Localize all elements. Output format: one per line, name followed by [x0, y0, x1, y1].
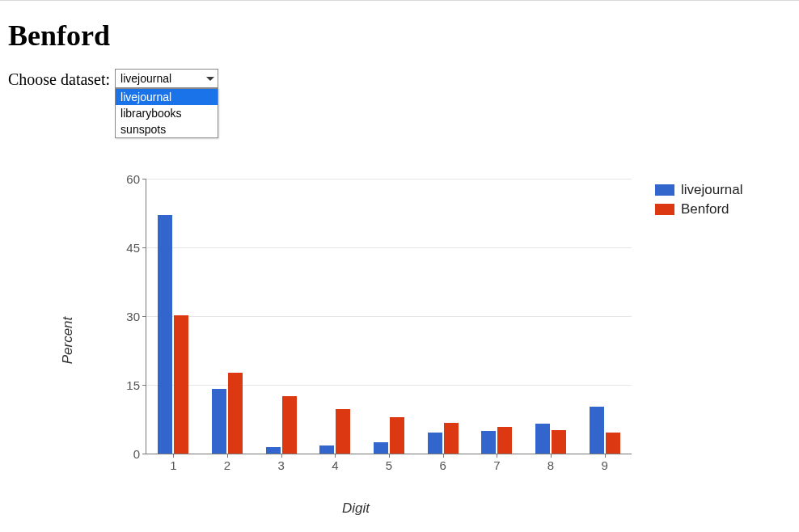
x-tick-label: 2	[224, 454, 230, 472]
plot-area: 015304560123456789	[146, 179, 632, 454]
chart-legend: livejournal Benford	[655, 182, 743, 221]
y-tick-label: 0	[133, 447, 146, 461]
bar	[336, 409, 350, 454]
page-title: Benford	[8, 19, 791, 53]
legend-label: Benford	[681, 201, 729, 217]
x-axis-title: Digit	[89, 500, 623, 517]
bar	[428, 433, 442, 454]
dataset-option-sunspots[interactable]: sunspots	[116, 121, 218, 137]
bar	[266, 447, 281, 454]
gridline	[146, 179, 632, 179]
x-tick-label: 1	[170, 454, 176, 472]
y-tick-label: 60	[126, 172, 146, 186]
bar	[590, 407, 604, 454]
dataset-option-librarybooks[interactable]: librarybooks	[116, 105, 218, 121]
x-tick-label: 8	[547, 454, 554, 472]
bar	[158, 215, 172, 454]
chevron-down-icon	[206, 77, 214, 81]
bar	[497, 427, 512, 454]
x-tick-label: 3	[277, 454, 284, 472]
bar	[444, 423, 459, 454]
bar	[390, 417, 404, 454]
dataset-select-value: livejournal	[120, 72, 171, 85]
y-tick-label: 15	[126, 378, 146, 392]
bar	[552, 430, 566, 454]
bar	[535, 424, 550, 454]
bar	[374, 442, 388, 454]
y-tick-label: 30	[126, 310, 146, 323]
dataset-option-livejournal[interactable]: livejournal	[116, 89, 218, 105]
bar	[174, 315, 188, 454]
x-tick-label: 5	[386, 454, 392, 472]
bar	[606, 433, 620, 454]
x-tick-label: 6	[439, 454, 446, 472]
gridline	[146, 385, 632, 386]
legend-label: livejournal	[681, 182, 743, 198]
legend-swatch-icon	[655, 184, 674, 196]
bar	[319, 445, 334, 454]
bar	[481, 431, 496, 454]
bar	[212, 389, 226, 454]
legend-item-series1: Benford	[655, 201, 743, 217]
legend-item-series0: livejournal	[655, 182, 743, 198]
dataset-dropdown: livejournal librarybooks sunspots	[115, 88, 218, 138]
x-tick-label: 7	[493, 454, 500, 472]
bar	[228, 373, 243, 454]
gridline	[146, 247, 632, 248]
bar	[282, 396, 297, 454]
dataset-select[interactable]: livejournal	[115, 69, 218, 88]
dataset-control: Choose dataset: livejournal livejournal …	[8, 69, 791, 89]
gridline	[146, 316, 632, 317]
x-tick-label: 4	[332, 454, 338, 472]
legend-swatch-icon	[655, 204, 674, 215]
y-axis-title: Percent	[60, 317, 76, 365]
benford-chart: Percent 015304560123456789 livejournal B…	[89, 171, 776, 510]
dataset-label: Choose dataset:	[8, 69, 110, 89]
x-tick-label: 9	[601, 454, 607, 472]
y-tick-label: 45	[126, 241, 146, 255]
